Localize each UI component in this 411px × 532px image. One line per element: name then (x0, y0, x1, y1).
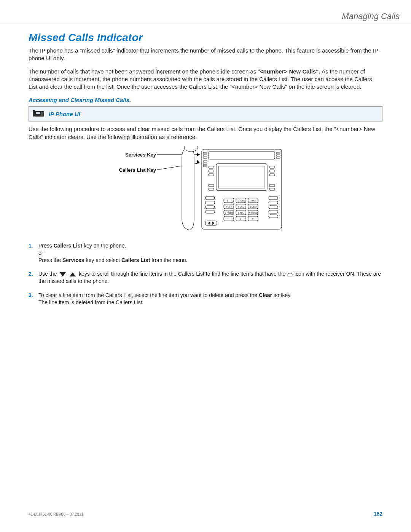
step-line: or (38, 249, 382, 257)
page-footer: 41-001451-00 REV00 – 07.2011 162 (29, 511, 382, 517)
svg-rect-18 (276, 157, 280, 158)
step-item: 3.To clear a line item from the Callers … (29, 292, 382, 306)
callout-label: IP Phone UI (49, 111, 80, 117)
svg-text:*: * (228, 217, 229, 220)
svg-rect-15 (203, 165, 207, 167)
svg-rect-11 (203, 155, 207, 156)
page-number: 162 (374, 511, 382, 517)
svg-text:#: # (252, 217, 253, 220)
label-callers-list-key: Callers List Key (114, 167, 156, 173)
svg-rect-31 (206, 197, 215, 200)
handset-icon (287, 271, 293, 277)
svg-rect-64 (206, 221, 217, 225)
svg-rect-2 (41, 112, 43, 116)
svg-rect-30 (269, 188, 275, 190)
svg-rect-23 (209, 174, 214, 176)
svg-rect-40 (224, 198, 234, 203)
intro-paragraph: The IP phone has a "missed calls" indica… (29, 47, 382, 62)
page-header: Managing Calls (0, 11, 411, 24)
svg-text:6 MNO: 6 MNO (250, 206, 257, 208)
up-triangle-icon (70, 272, 76, 276)
svg-rect-38 (269, 210, 278, 213)
svg-rect-14 (203, 163, 207, 165)
svg-rect-36 (269, 201, 278, 204)
svg-text:5 JKL: 5 JKL (238, 206, 244, 208)
svg-rect-49 (224, 216, 234, 221)
svg-rect-21 (209, 166, 214, 168)
svg-rect-68 (287, 274, 293, 276)
svg-rect-33 (206, 206, 215, 209)
page: Managing Calls Missed Calls Indicator Th… (0, 0, 411, 532)
svg-rect-37 (269, 206, 278, 209)
step-line: To clear a line item from the Callers Li… (38, 292, 382, 299)
illustration-container: Services Key Callers List Key (29, 146, 382, 234)
callout-ip-phone-ui: IP Phone UI (29, 106, 382, 121)
intro-paragraph: The number of calls that have not been a… (29, 68, 382, 91)
svg-rect-32 (206, 201, 215, 204)
step-line: Press the Services key and select Caller… (38, 257, 382, 264)
doc-id: 41-001451-00 REV00 – 07.2011 (29, 512, 83, 516)
svg-rect-25 (209, 188, 214, 190)
nav-up-down-icon (60, 272, 76, 276)
intro-paragraphs: The IP phone has a "missed calls" indica… (29, 47, 382, 91)
subheading-accessing: Accessing and Clearing Missed Calls. (29, 97, 382, 103)
phone-icon (32, 109, 45, 119)
step-body: To clear a line item from the Callers Li… (38, 292, 382, 306)
svg-rect-3 (33, 110, 35, 117)
step-line: Use the keys to scroll through the line … (38, 270, 382, 285)
step-number: 3. (29, 292, 35, 306)
phone-illustration: Services Key Callers List Key (114, 146, 297, 234)
svg-rect-35 (269, 197, 278, 200)
step-body: Use the keys to scroll through the line … (38, 270, 382, 285)
phone-svg: 1 2 ABC 3 DEF 4 GHI 5 JKL 6 MNO 7 PQRS 8… (114, 146, 297, 234)
step-item: 2.Use the keys to scroll through the lin… (29, 270, 382, 285)
page-title: Missed Calls Indicator (29, 32, 382, 44)
svg-text:2 ABC: 2 ABC (238, 200, 245, 202)
svg-rect-16 (276, 152, 280, 154)
step-body: Press Callers List key on the phone.orPr… (38, 242, 382, 264)
step-line: The line item is deleted from the Caller… (38, 299, 382, 306)
svg-rect-34 (206, 210, 215, 213)
step-item: 1.Press Callers List key on the phone.or… (29, 242, 382, 264)
svg-rect-24 (209, 184, 214, 187)
steps-list: 1.Press Callers List key on the phone.or… (29, 242, 382, 306)
section-title: Managing Calls (342, 11, 400, 21)
svg-text:7 PQRS: 7 PQRS (225, 212, 233, 214)
svg-rect-26 (269, 166, 275, 168)
svg-marker-7 (197, 160, 200, 163)
svg-rect-10 (203, 152, 207, 154)
content-area: Missed Calls Indicator The IP phone has … (0, 24, 411, 306)
down-triangle-icon (60, 272, 66, 276)
svg-rect-1 (36, 112, 40, 114)
svg-text:9 WXYZ: 9 WXYZ (249, 212, 258, 214)
svg-rect-22 (209, 170, 214, 172)
svg-rect-29 (269, 184, 275, 187)
preamble-text: Use the following procedure to access an… (29, 125, 382, 141)
svg-rect-17 (276, 155, 280, 156)
svg-marker-5 (197, 153, 200, 156)
svg-text:8 TUV: 8 TUV (238, 212, 244, 214)
svg-text:4 GHI: 4 GHI (226, 206, 232, 208)
svg-text:3 DEF: 3 DEF (250, 200, 257, 202)
step-number: 2. (29, 270, 35, 285)
svg-rect-27 (269, 170, 275, 172)
step-line: Press Callers List key on the phone. (38, 242, 382, 249)
svg-rect-13 (203, 161, 207, 162)
label-services-key: Services Key (114, 152, 156, 158)
svg-rect-12 (203, 157, 207, 158)
svg-rect-39 (269, 215, 278, 218)
svg-rect-28 (269, 174, 275, 176)
step-number: 1. (29, 242, 35, 264)
